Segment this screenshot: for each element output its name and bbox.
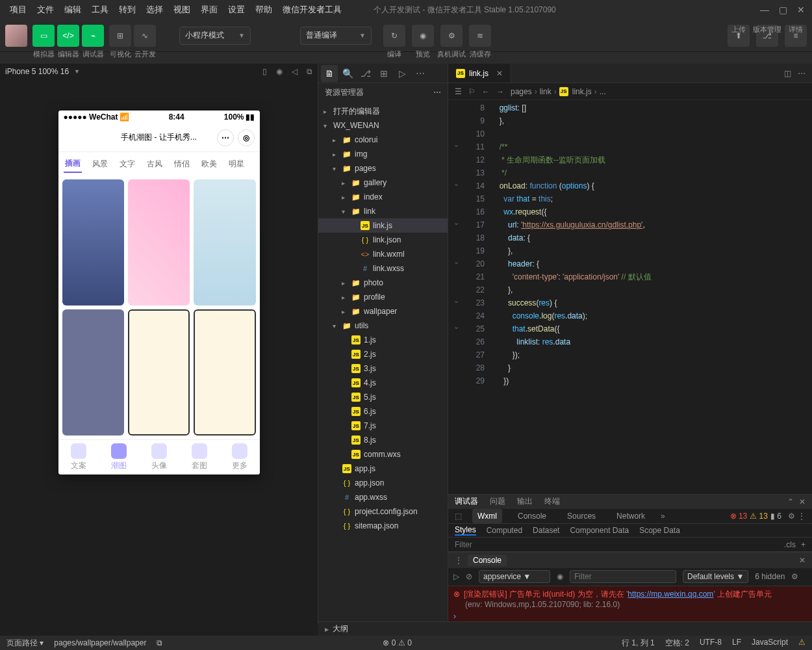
device-info[interactable]: iPhone 5 100% 16 [5, 67, 69, 76]
version-button[interactable]: ⎇版本管理 [756, 25, 778, 47]
tree-item-1.js[interactable]: JS 1.js [318, 333, 448, 347]
debug-icon[interactable]: ▷ [394, 65, 411, 82]
tree-item-comm.wxs[interactable]: JS comm.wxs [318, 447, 448, 462]
details-button[interactable]: ≡详情 [785, 25, 807, 47]
extensions-icon[interactable]: ⊞ [375, 65, 392, 82]
more-icon[interactable]: ⋮ [798, 512, 806, 521]
error-badge[interactable]: ⊗ 13 [730, 512, 748, 521]
bottom-nav-item[interactable]: 文案 [71, 443, 86, 471]
status-eol[interactable]: LF [732, 638, 741, 649]
nav-fwd-icon[interactable]: → [496, 87, 504, 96]
phone-tab-1[interactable]: 风景 [91, 156, 109, 172]
maximize-button[interactable]: ▢ [777, 4, 789, 16]
wallpaper-thumb[interactable] [194, 309, 255, 436]
tree-item-app.js[interactable]: JS app.js [318, 462, 448, 476]
explorer-more-icon[interactable]: ⋯ [433, 88, 441, 97]
levels-select[interactable]: Default levels ▼ [683, 570, 748, 583]
tree-item-link[interactable]: ▾📁 link [318, 204, 448, 218]
tree-item-link.wxss[interactable]: # link.wxss [318, 261, 448, 276]
bottom-nav-item[interactable]: 头像 [151, 443, 167, 471]
copy-path-icon[interactable]: ⧉ [157, 638, 162, 647]
outline-bar[interactable]: ▸大纲 [318, 621, 812, 636]
dt-tab-output[interactable]: 输出 [517, 495, 533, 508]
cls-toggle[interactable]: .cls [784, 540, 796, 549]
page-path-label[interactable]: 页面路径 ▾ [6, 638, 44, 649]
menu-help[interactable]: 帮助 [251, 1, 277, 18]
console-close-icon[interactable]: ✕ [799, 556, 806, 565]
inspect-icon[interactable]: ⬚ [455, 512, 462, 521]
tree-item-colorui[interactable]: ▸📁 colorui [318, 133, 448, 147]
tree-item-app.json[interactable]: { } app.json [318, 476, 448, 490]
git-icon[interactable]: ⎇ [357, 65, 374, 82]
menu-tools[interactable]: 工具 [87, 1, 113, 18]
menu-edit[interactable]: 编辑 [60, 1, 86, 18]
list-icon[interactable]: ☰ [455, 87, 462, 96]
wallpaper-thumb[interactable] [128, 309, 190, 436]
editor-button[interactable]: </>编辑器 [57, 25, 79, 47]
device-debug-button[interactable]: ⚙真机调试 [440, 25, 463, 47]
tree-item-link.wxml[interactable]: <> link.wxml [318, 247, 448, 261]
clear-console-icon[interactable]: ⊘ [466, 572, 472, 581]
console-filter-input[interactable] [570, 570, 676, 583]
editor-more-icon[interactable]: ⋯ [798, 69, 806, 78]
tree-item-index[interactable]: ▸📁 index [318, 190, 448, 204]
dt-tab-terminal[interactable]: 终端 [544, 495, 560, 508]
phone-tab-0[interactable]: 插画 [64, 155, 82, 173]
minimize-button[interactable]: — [759, 4, 770, 16]
menu-goto[interactable]: 转到 [114, 1, 140, 18]
menu-wxdevtools[interactable]: 微信开发者工具 [278, 1, 346, 18]
gear-icon[interactable]: ⚙ [788, 512, 795, 521]
tree-item-link.json[interactable]: { } link.json [318, 233, 448, 247]
tree-item-app.wxss[interactable]: # app.wxss [318, 490, 448, 504]
tree-item-5.js[interactable]: JS 5.js [318, 390, 448, 404]
tree-item-7.js[interactable]: JS 7.js [318, 419, 448, 433]
search-icon[interactable]: 🔍 [339, 65, 356, 82]
computed-tab[interactable]: Computed [487, 526, 522, 535]
bottom-nav-item[interactable]: 套图 [192, 443, 207, 471]
tree-item-profile[interactable]: ▸📁 profile [318, 290, 448, 304]
dataset-tab[interactable]: Dataset [533, 526, 559, 535]
mode-select[interactable]: 小程序模式▼ [179, 27, 251, 45]
user-avatar[interactable] [5, 25, 27, 47]
chevron-up-icon[interactable]: ⌃ [787, 497, 794, 506]
breadcrumb-path[interactable]: pages› link› JSlink.js› ... [511, 87, 606, 96]
dt-sub-sources[interactable]: Sources [562, 509, 601, 523]
record-icon[interactable]: ◉ [276, 67, 283, 76]
debugger-button[interactable]: ⌁调试器 [82, 25, 104, 47]
phone-tab-3[interactable]: 古风 [146, 156, 164, 172]
more-icon[interactable]: ⋯ [412, 65, 429, 82]
phone-tab-4[interactable]: 情侣 [173, 156, 191, 172]
tree-item-photo[interactable]: ▸📁 photo [318, 276, 448, 290]
menu-settings[interactable]: 设置 [223, 1, 249, 18]
capsule-close[interactable]: ◎ [238, 129, 255, 146]
tree-item-6.js[interactable]: JS 6.js [318, 404, 448, 419]
explorer-files-icon[interactable]: 🗎 [321, 65, 338, 82]
status-line-col[interactable]: 行 1, 列 1 [622, 638, 655, 649]
menu-select[interactable]: 选择 [142, 1, 168, 18]
tree-item-img[interactable]: ▸📁 img [318, 147, 448, 161]
wallpaper-thumb[interactable] [62, 179, 124, 306]
dt-sub-wxml[interactable]: Wxml [472, 509, 502, 523]
bottom-nav-item[interactable]: 潮图 [111, 443, 127, 471]
menu-view[interactable]: 视图 [169, 1, 195, 18]
phone-tab-6[interactable]: 明星 [227, 156, 246, 172]
tree-section[interactable]: ▸打开的编辑器 [318, 104, 448, 118]
tree-item-gallery[interactable]: ▸📁 gallery [318, 176, 448, 190]
compile-button[interactable]: ↻编译 [383, 25, 405, 47]
tree-item-3.js[interactable]: JS 3.js [318, 361, 448, 376]
bottom-nav-item[interactable]: 更多 [232, 443, 247, 471]
tree-item-link.js[interactable]: JS link.js [318, 218, 448, 233]
gear-icon[interactable]: ⚙ [791, 572, 798, 581]
scope-data-tab[interactable]: Scope Data [639, 526, 680, 535]
clear-cache-button[interactable]: ≋清缓存 [469, 25, 491, 47]
warning-icon[interactable]: ⚠ [798, 638, 806, 649]
compile-select[interactable]: 普通编译▼ [300, 27, 372, 45]
cloud-button[interactable]: ∿云开发 [134, 25, 156, 47]
capsule-menu[interactable]: ⋯ [217, 129, 234, 146]
tree-item-2.js[interactable]: JS 2.js [318, 347, 448, 361]
status-lang[interactable]: JavaScript [752, 638, 788, 649]
tree-item-sitemap.json[interactable]: { } sitemap.json [318, 519, 448, 533]
phone-tab-2[interactable]: 文字 [118, 156, 136, 172]
device-icon[interactable]: ▯ [262, 67, 267, 76]
status-spaces[interactable]: 空格: 2 [665, 638, 689, 649]
